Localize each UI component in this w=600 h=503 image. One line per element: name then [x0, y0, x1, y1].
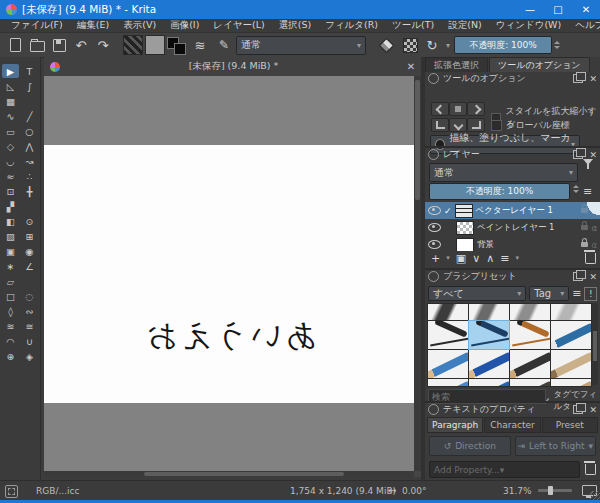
- delete-property-button[interactable]: [585, 464, 596, 475]
- tool-ellipse-select[interactable]: ◌: [21, 289, 38, 303]
- brush-preset-pencil-blue-3[interactable]: [469, 379, 509, 387]
- layer-list-options-button[interactable]: ≡: [583, 185, 592, 198]
- menu-item[interactable]: 編集(E): [70, 19, 116, 32]
- gradient-selector[interactable]: [122, 35, 144, 55]
- preset-details-button[interactable]: !: [584, 287, 597, 301]
- tool-polygon[interactable]: ◇: [2, 139, 19, 153]
- close-docker-icon[interactable]: ✕: [589, 272, 597, 282]
- menu-item[interactable]: 選択(S): [272, 19, 318, 32]
- layer-properties-button[interactable]: ≡: [500, 252, 509, 265]
- preset-scroll-thumb[interactable]: [593, 331, 597, 361]
- tool-enclose-fill[interactable]: ◉: [21, 244, 38, 258]
- tool-similar-select[interactable]: ≅: [21, 319, 38, 333]
- brush-preset-pencil-blue[interactable]: [428, 350, 468, 378]
- writing-mode-combo[interactable]: ⇥ Left to Right ▾: [515, 436, 597, 456]
- global-coordinates-checkbox[interactable]: [491, 120, 502, 131]
- tool-freehand-brush[interactable]: ∿: [2, 109, 19, 123]
- corner-bl-button[interactable]: [431, 118, 449, 132]
- add-property-combo[interactable]: Add Property... ▾: [429, 461, 580, 478]
- tool-rect-select[interactable]: □: [2, 289, 19, 303]
- reload-preset-button[interactable]: ↻: [422, 35, 442, 55]
- layer-opacity-spinner[interactable]: [573, 185, 579, 193]
- tool-blank-2[interactable]: [21, 199, 38, 213]
- menu-item[interactable]: ファイル(F): [4, 19, 70, 32]
- zoom-slider[interactable]: [538, 489, 572, 492]
- tool-edit-shapes[interactable]: ◺: [2, 79, 19, 93]
- close-button[interactable]: ✕: [572, 0, 600, 19]
- float-docker-icon[interactable]: [573, 272, 583, 281]
- layer-filter-button[interactable]: [583, 165, 593, 176]
- nudge-center-button[interactable]: [449, 102, 467, 116]
- tab-tool-options[interactable]: ツールのオプション: [489, 57, 590, 72]
- visibility-eye-icon[interactable]: [428, 223, 441, 232]
- tool-assistants[interactable]: ∗: [2, 259, 19, 273]
- tool-freehand-path[interactable]: ↝: [21, 154, 38, 168]
- docker-lock-icon[interactable]: [428, 73, 439, 84]
- alpha-badge[interactable]: α: [591, 240, 597, 250]
- tool-zoom[interactable]: ⊕: [2, 349, 19, 363]
- alpha-badge[interactable]: α: [591, 223, 597, 233]
- tool-move[interactable]: ╋: [21, 184, 38, 198]
- tool-gradient[interactable]: ◧: [2, 214, 19, 228]
- blending-mode-combo[interactable]: 通常 ▾: [236, 36, 366, 55]
- menu-item[interactable]: 表示(V): [116, 19, 163, 32]
- menu-item[interactable]: 画像(I): [163, 19, 206, 32]
- nudge-right-button[interactable]: [467, 102, 485, 116]
- nudge-left-button[interactable]: [431, 102, 449, 116]
- zoom-slider-thumb[interactable]: [548, 486, 553, 495]
- open-document-button[interactable]: [26, 35, 48, 55]
- brush-preset-pencil-navy[interactable]: [469, 350, 509, 378]
- tool-rectangle[interactable]: ▭: [2, 124, 19, 138]
- maximize-button[interactable]: □: [544, 0, 572, 19]
- tab-advanced-color-selector[interactable]: 拡張色選択: [425, 57, 488, 72]
- tool-multibrush[interactable]: ∴: [21, 169, 38, 183]
- close-docker-icon[interactable]: ✕: [589, 405, 597, 415]
- tool-transform[interactable]: ⊡: [2, 184, 19, 198]
- menu-item[interactable]: ウィンドウ(W): [489, 19, 568, 32]
- canvas-rotation-icon[interactable]: ↔: [388, 485, 396, 496]
- eraser-mode-button[interactable]: [374, 35, 398, 55]
- brush-preset-pencil-tan[interactable]: [551, 350, 591, 378]
- tool-pan[interactable]: ◈: [21, 349, 38, 363]
- foreground-background-colors[interactable]: [166, 35, 188, 55]
- lock-icon[interactable]: [581, 242, 588, 247]
- canvas-vertical-scrollbar[interactable]: [414, 76, 421, 471]
- minimize-button[interactable]: —: [516, 0, 544, 19]
- docker-lock-icon[interactable]: [428, 149, 439, 160]
- tool-calligraphy[interactable]: ∫: [21, 79, 38, 93]
- vscroll-thumb[interactable]: [415, 80, 420, 200]
- tool-text[interactable]: T: [21, 64, 38, 78]
- close-docker-icon[interactable]: ✕: [589, 150, 597, 160]
- docker-lock-icon[interactable]: [428, 271, 439, 282]
- tool-fill[interactable]: ▣: [2, 244, 19, 258]
- undo-button[interactable]: ↶: [70, 35, 92, 55]
- delete-layer-button[interactable]: [585, 253, 596, 264]
- tag-button[interactable]: Tag ▾: [529, 286, 569, 301]
- tool-pattern-edit[interactable]: ▦: [2, 94, 19, 108]
- add-layer-dropdown[interactable]: ▾: [446, 254, 450, 262]
- brush-preset-ink-stroke-2[interactable]: [469, 303, 509, 320]
- save-button[interactable]: [48, 35, 70, 55]
- tool-measure[interactable]: ∠: [21, 259, 38, 273]
- move-layer-up-button[interactable]: ∧: [486, 252, 494, 265]
- layer-properties-dropdown[interactable]: ▾: [515, 254, 519, 262]
- tool-blank-3[interactable]: [21, 274, 38, 288]
- document-close-icon[interactable]: ✕: [401, 61, 421, 72]
- pattern-selector[interactable]: [144, 35, 166, 55]
- tab-preset[interactable]: Preset: [542, 417, 598, 433]
- docker-lock-icon[interactable]: [428, 404, 439, 415]
- edit-brush-settings-button[interactable]: ≋: [188, 35, 212, 55]
- tool-magnetic-select[interactable]: ∪: [21, 334, 38, 348]
- close-docker-icon[interactable]: ✕: [589, 74, 597, 84]
- brush-preset-ink-stroke-4[interactable]: [551, 303, 591, 320]
- canvas-viewport[interactable]: あいうえお: [44, 76, 414, 471]
- redo-button[interactable]: ↷: [92, 35, 114, 55]
- tool-dynamic-brush[interactable]: ≈: [2, 169, 19, 183]
- float-docker-icon[interactable]: [573, 74, 583, 83]
- menu-item[interactable]: ヘルプ(H): [568, 19, 600, 32]
- hscroll-thumb[interactable]: [144, 472, 344, 476]
- tool-select-shapes[interactable]: ▶: [2, 64, 19, 78]
- preset-filter-combo[interactable]: すべて ▾: [428, 286, 526, 301]
- tool-blank-1[interactable]: [21, 94, 38, 108]
- choose-brush-preset-button[interactable]: ✎: [212, 35, 236, 55]
